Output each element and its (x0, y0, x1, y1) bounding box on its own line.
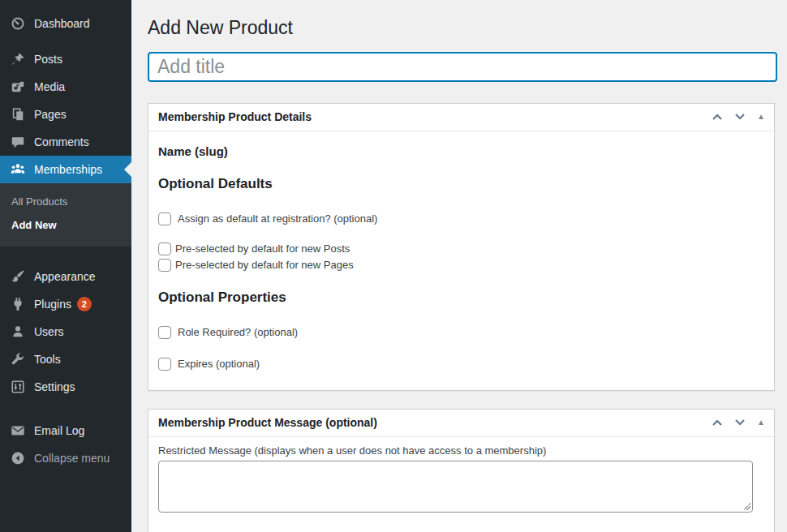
assign-default-checkbox[interactable] (158, 212, 171, 225)
main-content: Add New Product Membership Product Detai… (131, 0, 787, 532)
sidebar-label: Media (34, 80, 65, 93)
sidebar-label: Email Log (34, 424, 84, 437)
sidebar-item-settings[interactable]: Settings (0, 373, 131, 401)
user-icon (10, 324, 26, 340)
media-icon (10, 79, 26, 95)
metabox-title: Membership Product Details (158, 110, 312, 123)
sidebar-label: Tools (34, 353, 61, 366)
optional-properties-heading: Optional Properties (158, 290, 764, 306)
sidebar-label: Plugins (34, 298, 71, 311)
restricted-message-label: Restricted Message (displays when a user… (158, 444, 764, 457)
pages-icon (10, 106, 26, 122)
preselected-pages-checkbox[interactable] (158, 259, 171, 272)
chevron-up-icon (712, 418, 723, 427)
plugins-update-badge: 2 (77, 297, 92, 311)
metabox-title: Membership Product Message (optional) (158, 416, 377, 429)
sidebar-item-dashboard[interactable]: Dashboard (0, 10, 131, 37)
toggle-panel-button[interactable]: ▲ (751, 111, 771, 122)
restricted-message-textarea[interactable] (158, 461, 753, 513)
sidebar-item-collapse-menu[interactable]: Collapse menu (0, 444, 131, 472)
details-metabox-header[interactable]: Membership Product Details ▲ (148, 104, 774, 131)
settings-icon (10, 379, 26, 395)
pushpin-icon (10, 51, 26, 67)
sidebar-label: Collapse menu (34, 452, 110, 465)
dashboard-icon (10, 15, 26, 32)
sidebar-label: Appearance (34, 270, 96, 283)
checkbox-label: Expires (optional) (178, 358, 260, 370)
sidebar-label: Comments (34, 135, 89, 148)
message-metabox-body: Restricted Message (displays when a user… (148, 444, 774, 532)
sidebar-item-tools[interactable]: Tools (0, 345, 131, 373)
chevron-down-icon (734, 418, 746, 427)
details-metabox: Membership Product Details ▲ Name (slug)… (148, 103, 775, 391)
expires-checkbox[interactable] (158, 358, 171, 371)
move-down-button[interactable] (729, 111, 751, 122)
envelope-icon (10, 423, 26, 439)
sidebar-label: Pages (34, 108, 67, 121)
sidebar-item-pages[interactable]: Pages (0, 101, 131, 128)
metabox-handle-actions: ▲ (706, 417, 771, 428)
name-slug-heading: Name (slug) (158, 144, 764, 158)
expires-row[interactable]: Expires (optional) (158, 358, 764, 371)
preselected-group: Pre-selected by default for new Posts Pr… (158, 242, 764, 272)
groups-icon (10, 161, 26, 178)
admin-sidebar: Dashboard Posts Media Pages Comments (0, 0, 131, 532)
sidebar-item-plugins[interactable]: Plugins 2 (0, 290, 131, 318)
textarea-wrapper (158, 461, 753, 513)
move-down-button[interactable] (729, 417, 751, 428)
role-required-row[interactable]: Role Required? (optional) (158, 326, 764, 339)
toggle-panel-button[interactable]: ▲ (751, 417, 771, 428)
preselected-posts-row[interactable]: Pre-selected by default for new Posts (158, 242, 764, 255)
sidebar-item-appearance[interactable]: Appearance (0, 263, 131, 290)
message-metabox: Membership Product Message (optional) ▲ … (148, 409, 775, 532)
optional-defaults-heading: Optional Defaults (158, 176, 764, 192)
wrench-icon (10, 351, 26, 367)
sidebar-label: Dashboard (34, 17, 90, 30)
move-up-button[interactable] (706, 111, 729, 122)
triangle-up-icon: ▲ (757, 113, 765, 121)
checkbox-label: Assign as default at registration? (opti… (178, 212, 377, 225)
sidebar-item-media[interactable]: Media (0, 73, 131, 101)
preselected-pages-row[interactable]: Pre-selected by default for new Pages (158, 259, 764, 272)
metabox-handle-actions: ▲ (706, 111, 771, 122)
plug-icon (10, 296, 26, 312)
role-required-checkbox[interactable] (158, 326, 171, 339)
preselected-posts-checkbox[interactable] (158, 242, 171, 255)
sidebar-item-memberships[interactable]: Memberships (0, 156, 131, 183)
triangle-up-icon: ▲ (757, 418, 765, 427)
sidebar-label: Settings (34, 380, 75, 393)
collapse-icon (10, 450, 26, 466)
sidebar-item-comments[interactable]: Comments (0, 128, 131, 156)
sidebar-label: Users (34, 325, 64, 338)
brush-icon (10, 268, 26, 285)
checkbox-label: Pre-selected by default for new Posts (175, 242, 350, 255)
sidebar-label: Memberships (34, 163, 102, 176)
page-title: Add New Product (148, 16, 777, 41)
checkbox-label: Pre-selected by default for new Pages (175, 259, 354, 271)
move-up-button[interactable] (706, 417, 729, 428)
message-metabox-header[interactable]: Membership Product Message (optional) ▲ (148, 410, 774, 437)
details-metabox-body: Name (slug) Optional Defaults Assign as … (148, 144, 774, 390)
chevron-down-icon (734, 113, 746, 121)
wordpress-admin: Dashboard Posts Media Pages Comments (0, 0, 787, 532)
sidebar-item-email-log[interactable]: Email Log (0, 417, 131, 444)
checkbox-label: Role Required? (optional) (178, 326, 298, 338)
comment-icon (10, 134, 26, 150)
sidebar-item-posts[interactable]: Posts (0, 45, 131, 73)
sidebar-item-users[interactable]: Users (0, 318, 131, 345)
submenu-item-all-products[interactable]: All Products (0, 190, 131, 213)
post-title-input[interactable] (148, 52, 777, 82)
chevron-up-icon (712, 113, 723, 121)
submenu-item-add-new[interactable]: Add New (0, 213, 131, 237)
assign-default-row[interactable]: Assign as default at registration? (opti… (158, 212, 764, 225)
sidebar-label: Posts (34, 53, 62, 66)
memberships-submenu: All Products Add New (0, 183, 131, 247)
